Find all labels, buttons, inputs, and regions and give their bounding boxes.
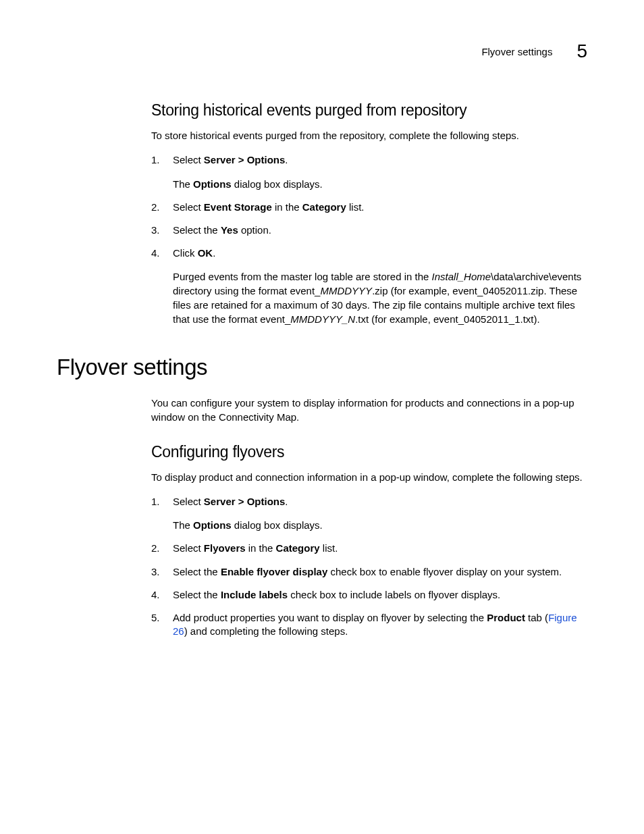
text: Select <box>173 496 204 507</box>
step-item: Select Event Storage in the Category lis… <box>151 201 589 214</box>
text: in the <box>272 201 302 213</box>
text: .txt (for example, event_04052011_1.txt)… <box>355 313 540 325</box>
heading-storing-historical: Storing historical events purged from re… <box>151 101 589 120</box>
bold-text: Options <box>193 178 232 190</box>
text: list. <box>346 201 365 213</box>
bold-text: Event Storage <box>204 201 272 213</box>
bold-text: Options <box>193 519 232 531</box>
italic-text: Install_Home <box>432 271 491 282</box>
text: dialog box displays. <box>232 178 323 190</box>
text: Select <box>173 154 204 165</box>
substep: The Options dialog box displays. <box>173 518 589 532</box>
bold-text: Include labels <box>221 589 288 600</box>
step-item: Add product properties you want to displ… <box>151 611 589 639</box>
text: Select the <box>173 589 221 600</box>
heading-flyover-settings: Flyover settings <box>57 355 589 380</box>
text: check box to enable flyover display on y… <box>327 566 562 577</box>
intro-configuring: To display product and connection inform… <box>151 471 589 484</box>
text: . <box>213 247 215 259</box>
substep: The Options dialog box displays. <box>173 177 589 191</box>
text: The <box>173 178 193 190</box>
text: Click <box>173 247 198 259</box>
text: Select the <box>173 224 221 236</box>
content-column: Storing historical events purged from re… <box>151 101 589 639</box>
text: dialog box displays. <box>232 519 323 531</box>
substep: Purged events from the master log table … <box>173 269 589 326</box>
text: Add product properties you want to displ… <box>173 612 487 623</box>
step-item: Select the Yes option. <box>151 224 589 237</box>
text: in the <box>246 542 276 554</box>
text: check box to include labels on flyover d… <box>288 589 500 600</box>
text: option. <box>238 224 271 236</box>
bold-text: Flyovers <box>204 542 246 554</box>
text: Select <box>173 542 204 554</box>
bold-text: Yes <box>221 224 238 236</box>
step-item: Select Flyovers in the Category list. <box>151 542 589 555</box>
running-header: Flyover settings 5 <box>57 41 590 62</box>
chapter-number: 5 <box>576 41 587 62</box>
steps-configuring: Select Server > Options. The Options dia… <box>151 495 589 639</box>
text: . <box>285 154 288 165</box>
step-item: Select Server > Options. The Options dia… <box>151 153 589 190</box>
intro-flyover: You can configure your system to display… <box>151 396 589 424</box>
text: Select <box>173 201 204 213</box>
text: tab ( <box>525 612 548 623</box>
text: ) and completing the following steps. <box>184 625 348 637</box>
text: Purged events from the master log table … <box>173 271 432 282</box>
bold-text: OK <box>198 247 213 259</box>
bold-text: Product <box>487 612 525 623</box>
intro-storing: To store historical events purged from t… <box>151 129 589 142</box>
italic-text: MMDDYYY_N <box>290 313 355 325</box>
step-item: Select the Include labels check box to i… <box>151 588 589 602</box>
text: The <box>173 519 193 531</box>
step-item: Select Server > Options. The Options dia… <box>151 495 589 532</box>
running-title: Flyover settings <box>481 46 552 57</box>
page: Flyover settings 5 Storing historical ev… <box>0 0 644 648</box>
bold-text: Category <box>302 201 346 213</box>
heading-configuring-flyovers: Configuring flyovers <box>151 443 589 461</box>
bold-text: Server > Options <box>204 154 285 165</box>
step-item: Select the Enable flyover display check … <box>151 565 589 579</box>
text: list. <box>320 542 338 554</box>
bold-text: Server > Options <box>204 496 285 507</box>
italic-text: MMDDYYY <box>320 285 372 296</box>
step-item: Click OK. Purged events from the master … <box>151 246 589 326</box>
bold-text: Enable flyover display <box>221 566 327 577</box>
text: . <box>285 496 288 507</box>
text: Select the <box>173 566 221 577</box>
steps-storing: Select Server > Options. The Options dia… <box>151 153 589 326</box>
bold-text: Category <box>276 542 320 554</box>
